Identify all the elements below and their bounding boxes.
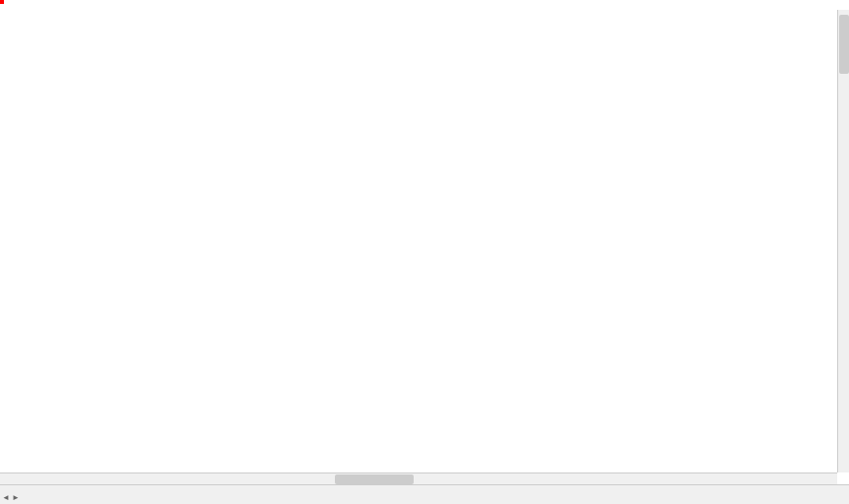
horizontal-scrollbar-thumb[interactable]: [335, 474, 414, 484]
vertical-scrollbar-thumb[interactable]: [839, 15, 849, 74]
horizontal-scrollbar[interactable]: [0, 472, 837, 484]
tab-nav: ◄ ►: [2, 493, 20, 502]
vertical-scrollbar[interactable]: [837, 10, 849, 472]
tab-nav-last[interactable]: ►: [12, 493, 20, 502]
sheet-tabs: ◄ ►: [0, 484, 849, 504]
tab-nav-first[interactable]: ◄: [2, 493, 10, 502]
spreadsheet-grid[interactable]: [0, 0, 849, 484]
